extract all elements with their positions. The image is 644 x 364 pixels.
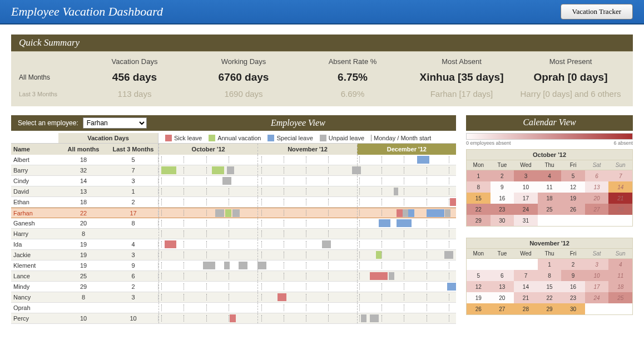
table-row[interactable]: Albert185 — [11, 155, 456, 165]
select-employee-label: Select an employee: — [18, 119, 78, 127]
cal-day[interactable]: 19 — [467, 292, 491, 303]
cal-day[interactable]: 9 — [561, 270, 585, 281]
cal-day[interactable]: 29 — [538, 303, 562, 314]
cal-dow: Sat — [585, 249, 609, 259]
cal-day[interactable]: 18 — [538, 193, 562, 204]
employee-select[interactable]: Farhan — [83, 117, 147, 129]
cal-day[interactable]: 24 — [585, 292, 609, 303]
cal-day[interactable]: 17 — [514, 193, 538, 204]
cal-day[interactable]: 2 — [491, 170, 514, 181]
cal-day[interactable]: 15 — [538, 281, 562, 292]
cal-day[interactable]: 5 — [467, 270, 491, 281]
cal-day[interactable]: 30 — [561, 303, 585, 314]
cal-day[interactable]: 20 — [491, 292, 514, 303]
cal-day[interactable]: 11 — [608, 270, 632, 281]
table-row[interactable]: Nancy83 — [11, 292, 456, 303]
cal-day[interactable]: 4 — [538, 170, 562, 181]
cal-day[interactable]: 20 — [585, 193, 609, 204]
gantt-area — [158, 155, 456, 165]
cell-all: 8 — [58, 230, 108, 237]
cell-name: Barry — [11, 167, 58, 174]
cal-day[interactable]: 22 — [538, 292, 562, 303]
cal-day[interactable]: 13 — [491, 281, 514, 292]
cal-day[interactable]: 14 — [514, 281, 538, 292]
cal-day[interactable]: 8 — [467, 181, 491, 193]
cal-day[interactable]: 18 — [608, 281, 632, 292]
cal-day[interactable]: 14 — [608, 181, 632, 193]
cal-day[interactable]: 9 — [491, 181, 514, 193]
cal-day[interactable]: 2 — [561, 259, 585, 270]
cell-l3: 6 — [108, 273, 158, 279]
cal-day[interactable]: 25 — [538, 204, 562, 215]
table-row[interactable]: Percy1010 — [11, 313, 456, 324]
cal-day[interactable]: 16 — [491, 193, 514, 204]
table-row[interactable]: Farhan2217 — [11, 208, 456, 218]
cell-name: Ganesh — [11, 220, 58, 227]
table-row[interactable]: Ganesh208 — [11, 218, 456, 229]
cal-day[interactable]: 29 — [467, 215, 491, 226]
cal-day[interactable]: 19 — [561, 193, 585, 204]
cal-day[interactable]: 26 — [561, 204, 585, 215]
vacation-tracker-button[interactable]: Vacation Tracker — [561, 4, 633, 19]
cal-day[interactable]: 26 — [467, 303, 491, 314]
cal-day[interactable]: 24 — [514, 204, 538, 215]
cal-day[interactable]: 25 — [608, 292, 632, 303]
table-row[interactable]: Lance256 — [11, 271, 456, 282]
cal-day[interactable]: 30 — [491, 215, 514, 226]
table-row[interactable]: Jackie193 — [11, 250, 456, 260]
table-row[interactable]: Cindy143 — [11, 176, 456, 186]
cal-day[interactable]: 21 — [608, 193, 632, 204]
cal-day[interactable]: 12 — [467, 281, 491, 292]
cal-day[interactable]: 11 — [538, 181, 562, 193]
employee-view-panel: Vacation Days Sick leave Annual vacation… — [11, 133, 456, 326]
table-row[interactable]: Barry327 — [11, 165, 456, 176]
cal-day[interactable]: 7 — [514, 270, 538, 281]
gantt-area — [158, 250, 456, 260]
cal-day[interactable]: 10 — [585, 270, 609, 281]
cal-day[interactable]: 27 — [491, 303, 514, 314]
cal-day[interactable]: 3 — [585, 259, 609, 270]
table-row[interactable]: Mindy292 — [11, 282, 456, 292]
cell-all: 14 — [58, 178, 108, 184]
cal-day[interactable]: 7 — [608, 170, 632, 181]
cell-all: 19 — [58, 262, 108, 269]
table-row[interactable]: Klement199 — [11, 260, 456, 271]
cal-day[interactable]: 6 — [585, 170, 609, 181]
cal-day[interactable]: 28 — [608, 204, 632, 215]
cal-day[interactable]: 4 — [608, 259, 632, 270]
cal-dow: Sun — [608, 160, 632, 170]
cell-l3: 3 — [108, 294, 158, 301]
cell-all: 18 — [58, 199, 108, 205]
cal-day[interactable]: 1 — [467, 170, 491, 181]
calendar-month: November '12MonTueWedThuFriSatSun1234567… — [466, 238, 633, 315]
heat-high: 6 absent — [613, 140, 633, 146]
cal-day[interactable]: 15 — [467, 193, 491, 204]
cal-day[interactable]: 27 — [585, 204, 609, 215]
table-row[interactable]: Ethan182 — [11, 197, 456, 208]
cal-day[interactable]: 23 — [561, 292, 585, 303]
cal-day[interactable]: 8 — [538, 270, 562, 281]
cal-day[interactable]: 23 — [491, 204, 514, 215]
cal-day[interactable]: 31 — [514, 215, 538, 226]
cal-day[interactable]: 1 — [538, 259, 562, 270]
cal-day[interactable]: 17 — [585, 281, 609, 292]
table-row[interactable]: David131 — [11, 186, 456, 197]
gantt-block — [230, 314, 236, 322]
cell-l3: 8 — [108, 220, 158, 227]
cal-day[interactable]: 16 — [561, 281, 585, 292]
table-row[interactable]: Harry8 — [11, 229, 456, 239]
gantt-block — [376, 251, 382, 259]
cal-day[interactable]: 21 — [514, 292, 538, 303]
gantt-block — [370, 272, 388, 280]
cal-day[interactable]: 6 — [491, 270, 514, 281]
cal-day[interactable]: 12 — [561, 181, 585, 193]
cal-day[interactable]: 28 — [514, 303, 538, 314]
cal-day[interactable]: 13 — [585, 181, 609, 193]
cell-all: 8 — [58, 294, 108, 301]
cal-day[interactable]: 22 — [467, 204, 491, 215]
cal-day[interactable]: 3 — [514, 170, 538, 181]
table-row[interactable]: Oprah — [11, 303, 456, 313]
cal-day[interactable]: 5 — [561, 170, 585, 181]
table-row[interactable]: Ida194 — [11, 239, 456, 250]
cal-day[interactable]: 10 — [514, 181, 538, 193]
